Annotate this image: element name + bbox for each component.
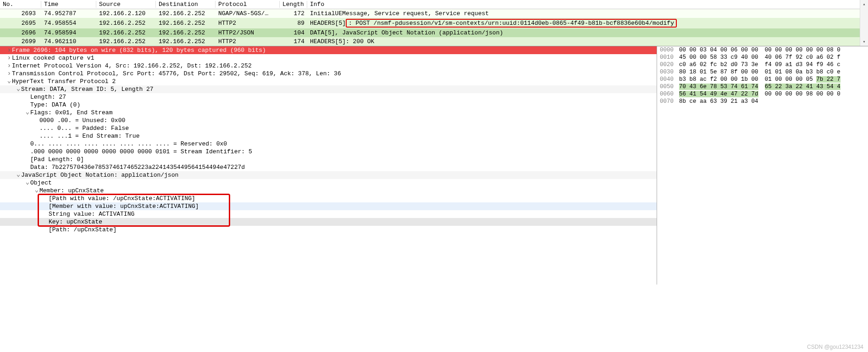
col-header-dst[interactable]: Destination bbox=[156, 0, 216, 9]
col-header-proto[interactable]: Protocol bbox=[216, 0, 280, 9]
hex-line[interactable]: 000000 00 03 04 00 06 00 0000 00 00 00 0… bbox=[657, 46, 868, 54]
expand-right-icon[interactable] bbox=[6, 56, 12, 61]
tree-node-sid[interactable]: .000 0000 0000 0000 0000 0000 0000 0101 … bbox=[0, 148, 657, 156]
hex-byte: 00 bbox=[679, 47, 690, 53]
tree-spacer bbox=[25, 102, 30, 108]
hex-byte: 00 bbox=[806, 47, 817, 53]
tree-node-reserved[interactable]: 0... .... .... .... .... .... .... .... … bbox=[0, 140, 657, 148]
packet-cell: HTTP2/JSON bbox=[216, 28, 280, 37]
tree-node-sll[interactable]: Linux cooked capture v1 bbox=[0, 54, 657, 62]
packet-cell: HTTP2 bbox=[216, 18, 280, 28]
hex-byte: 3e bbox=[752, 61, 758, 68]
expand-down-icon[interactable] bbox=[16, 87, 21, 92]
tree-node-memberv[interactable]: [Member with value: upCnxState:ACTIVATIN… bbox=[0, 202, 657, 210]
hex-byte: 01 bbox=[765, 76, 775, 83]
tree-node-pathv[interactable]: [Path with value: /upCnxState:ACTIVATING… bbox=[0, 195, 657, 202]
hex-byte: b8 bbox=[816, 69, 827, 75]
expand-right-icon[interactable] bbox=[6, 48, 12, 53]
tree-node-label: Member: upCnxState bbox=[39, 187, 104, 194]
hex-byte: 1b bbox=[741, 76, 752, 83]
tree-node-frame[interactable]: Frame 2696: 104 bytes on wire (832 bits)… bbox=[0, 46, 657, 54]
hex-offset: 0010 bbox=[660, 54, 679, 61]
hex-byte: 8b bbox=[679, 98, 690, 105]
hex-line[interactable]: 005070 43 6e 78 53 74 61 7465 22 3a 22 4… bbox=[657, 83, 868, 90]
packet-list-table[interactable]: No. Time Source Destination Protocol Len… bbox=[0, 0, 868, 46]
hex-line[interactable]: 006056 41 54 49 4e 47 22 7d00 00 00 00 9… bbox=[657, 90, 868, 98]
col-header-no[interactable]: No. bbox=[0, 0, 41, 9]
tree-node-http2[interactable]: HyperText Transfer Protocol 2 bbox=[0, 78, 657, 85]
hex-gap bbox=[758, 76, 765, 83]
tree-node-member[interactable]: Member: upCnxState bbox=[0, 187, 657, 195]
tree-node-label: Object bbox=[30, 179, 52, 186]
packet-cell: 74.952787 bbox=[41, 9, 96, 18]
hex-byte: 00 bbox=[796, 47, 806, 53]
tree-node-path[interactable]: [Path: /upCnxState] bbox=[0, 226, 657, 234]
hex-line[interactable]: 001045 00 00 58 33 c9 40 0040 06 7f 92 c… bbox=[657, 54, 868, 61]
tree-node-flags[interactable]: Flags: 0x01, End Stream bbox=[0, 109, 657, 117]
tree-node-f-padded[interactable]: .... 0... = Padded: False bbox=[0, 124, 657, 132]
packet-cell: 192.166.2.252 bbox=[96, 37, 156, 46]
tree-node-json[interactable]: JavaScript Object Notation: application/… bbox=[0, 171, 657, 179]
tree-node-label: Length: 27 bbox=[30, 94, 66, 101]
packet-row[interactable]: 269674.958594192.166.2.252192.166.2.252H… bbox=[0, 28, 868, 37]
packet-row[interactable]: 269574.958554192.166.2.252192.166.2.252H… bbox=[0, 18, 868, 28]
expand-down-icon[interactable] bbox=[34, 188, 39, 194]
tree-node-padlen[interactable]: [Pad Length: 0] bbox=[0, 156, 657, 163]
packet-row[interactable]: 269974.962110192.166.2.252192.166.2.252H… bbox=[0, 37, 868, 46]
col-header-src[interactable]: Source bbox=[96, 0, 156, 9]
tree-node-obj[interactable]: Object bbox=[0, 179, 657, 187]
packet-row[interactable]: 269374.952787192.166.2.120192.166.2.252N… bbox=[0, 9, 868, 18]
tree-node-f-unused[interactable]: 0000 .00. = Unused: 0x00 bbox=[0, 117, 657, 124]
tree-node-ip[interactable]: Internet Protocol Version 4, Src: 192.16… bbox=[0, 62, 657, 70]
scroll-up-icon[interactable]: ▴ bbox=[860, 0, 868, 8]
packet-list-scrollbar[interactable]: ▴ ▾ bbox=[860, 0, 868, 46]
expand-down-icon[interactable] bbox=[16, 173, 21, 178]
expand-down-icon[interactable] bbox=[25, 180, 30, 186]
tree-node-len[interactable]: Length: 27 bbox=[0, 93, 657, 101]
expand-right-icon[interactable] bbox=[6, 71, 12, 77]
hex-byte: c9 bbox=[731, 54, 741, 61]
hex-byte: 03 bbox=[700, 47, 710, 53]
expand-down-icon[interactable] bbox=[6, 79, 12, 84]
hex-byte: 00 bbox=[827, 91, 837, 97]
tree-node-data[interactable]: Data: 7b227570436e785374617465223a224143… bbox=[0, 163, 657, 171]
hex-byte: 00 bbox=[700, 54, 710, 61]
hex-line[interactable]: 0020c0 a6 02 fc b2 d0 73 3ef4 09 a1 d3 9… bbox=[657, 61, 868, 68]
tree-node-strv[interactable]: String value: ACTIVATING bbox=[0, 210, 657, 218]
packet-bytes-pane[interactable]: 000000 00 03 04 00 06 00 0000 00 00 00 0… bbox=[657, 46, 868, 285]
hex-byte: 0 bbox=[837, 47, 840, 53]
hex-byte: 47 bbox=[731, 91, 741, 97]
packet-cell: 2696 bbox=[0, 28, 41, 37]
scroll-down-icon[interactable]: ▾ bbox=[860, 38, 868, 46]
hex-line[interactable]: 0040b3 b8 ac f2 00 00 1b 0001 00 00 00 0… bbox=[657, 76, 868, 83]
tree-node-type[interactable]: Type: DATA (0) bbox=[0, 101, 657, 109]
packet-list-header[interactable]: No. Time Source Destination Protocol Len… bbox=[0, 0, 868, 9]
hex-byte: b3 bbox=[679, 76, 690, 83]
hex-byte: c0 bbox=[827, 69, 837, 75]
packet-cell: 174 bbox=[280, 37, 307, 46]
tree-node-stream[interactable]: Stream: DATA, Stream ID: 5, Length 27 bbox=[0, 85, 657, 93]
hex-line[interactable]: 00708b ce aa 63 39 21 a3 04 bbox=[657, 98, 868, 105]
hex-byte: 00 bbox=[796, 91, 806, 97]
expand-right-icon[interactable] bbox=[6, 63, 12, 69]
hex-byte: 22 bbox=[741, 91, 752, 97]
hex-byte: f2 bbox=[710, 76, 721, 83]
hex-gap bbox=[758, 61, 765, 68]
hex-byte: 00 bbox=[775, 76, 785, 83]
packet-cell: 89 bbox=[280, 18, 307, 28]
hex-byte: f bbox=[837, 54, 840, 61]
col-header-len[interactable]: Length bbox=[280, 0, 307, 9]
expand-down-icon[interactable] bbox=[25, 110, 30, 116]
tree-node-tcp[interactable]: Transmission Control Protocol, Src Port:… bbox=[0, 70, 657, 78]
packet-details-pane[interactable]: Frame 2696: 104 bytes on wire (832 bits)… bbox=[0, 46, 657, 285]
hex-line[interactable]: 003080 18 01 5e 87 8f 00 0001 01 08 0a b… bbox=[657, 68, 868, 76]
col-header-info[interactable]: Info bbox=[307, 0, 868, 9]
hex-byte: 09 bbox=[775, 61, 785, 68]
hex-byte: 00 bbox=[752, 69, 758, 75]
tree-node-key[interactable]: Key: upCnxState bbox=[0, 218, 657, 226]
hex-byte: 00 bbox=[775, 91, 785, 97]
col-header-time[interactable]: Time bbox=[41, 0, 96, 9]
hex-byte: 94 bbox=[806, 61, 817, 68]
hex-byte: f4 bbox=[765, 61, 775, 68]
tree-node-f-end[interactable]: .... ...1 = End Stream: True bbox=[0, 132, 657, 140]
